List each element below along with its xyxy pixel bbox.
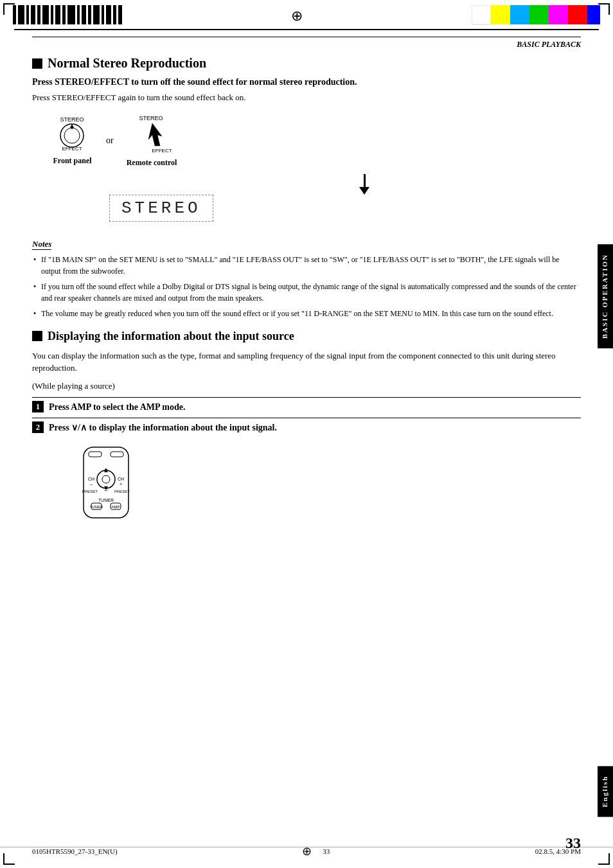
svg-rect-18 bbox=[472, 5, 491, 24]
svg-rect-3 bbox=[31, 5, 35, 24]
remote-control-wrap: STEREO EFFECT Remote control bbox=[127, 114, 177, 168]
svg-rect-9 bbox=[67, 5, 75, 24]
svg-rect-19 bbox=[491, 5, 510, 24]
english-tab: English bbox=[598, 766, 613, 817]
svg-rect-15 bbox=[106, 5, 111, 24]
svg-rect-35 bbox=[111, 452, 123, 457]
footer-center: 33 bbox=[323, 847, 330, 855]
barcode-svg bbox=[13, 5, 122, 28]
step1-number: 1 bbox=[32, 401, 44, 412]
remote-diagram: + – TUNER CH – CH + PRESET PRESET TUNER … bbox=[64, 444, 581, 524]
step2-text: Press ∨/∧ to display the information abo… bbox=[49, 421, 277, 434]
svg-rect-14 bbox=[102, 5, 104, 24]
svg-text:STEREO: STEREO bbox=[60, 116, 84, 123]
notes-title: Notes bbox=[32, 239, 51, 250]
svg-rect-34 bbox=[89, 452, 102, 457]
svg-rect-4 bbox=[37, 5, 40, 24]
front-panel-label: Front panel bbox=[51, 156, 93, 166]
svg-rect-23 bbox=[568, 5, 587, 24]
section1-bold-instruction: Press STEREO/EFFECT to turn off the soun… bbox=[32, 77, 581, 87]
svg-text:PRESET: PRESET bbox=[82, 490, 98, 493]
step2-container: 2 Press ∨/∧ to display the information a… bbox=[32, 418, 581, 434]
stereo-lcd-display: STEREO bbox=[109, 195, 213, 222]
svg-rect-21 bbox=[529, 5, 549, 24]
svg-point-37 bbox=[102, 475, 110, 483]
crosshair-bottom: ⊕ bbox=[302, 844, 312, 858]
step2-number: 2 bbox=[32, 421, 44, 433]
svg-rect-0 bbox=[13, 5, 16, 24]
arrow-down bbox=[148, 174, 581, 195]
section1-bullet bbox=[32, 58, 42, 69]
svg-rect-13 bbox=[93, 5, 100, 24]
note-item-1: If "1B MAIN SP" on the SET MENU is set t… bbox=[32, 254, 581, 277]
notes-section: Notes If "1B MAIN SP" on the SET MENU is… bbox=[32, 239, 581, 319]
svg-text:TUNER: TUNER bbox=[90, 505, 103, 509]
svg-text:CH: CH bbox=[88, 477, 94, 481]
svg-text:EFFECT: EFFECT bbox=[152, 148, 172, 154]
svg-text:PRESET: PRESET bbox=[114, 490, 130, 493]
svg-rect-5 bbox=[42, 5, 49, 24]
svg-text:AMP: AMP bbox=[111, 505, 120, 509]
step1-text: Press AMP to select the AMP mode. bbox=[49, 400, 185, 414]
svg-rect-10 bbox=[77, 5, 80, 24]
svg-text:+: + bbox=[120, 482, 122, 486]
front-panel-wrap: STEREO EFFECT Front panel bbox=[51, 115, 93, 166]
color-blocks-svg bbox=[472, 5, 600, 28]
svg-marker-30 bbox=[70, 124, 74, 128]
svg-rect-24 bbox=[587, 5, 600, 24]
svg-rect-6 bbox=[51, 5, 53, 24]
svg-rect-2 bbox=[26, 5, 29, 24]
note-item-3: The volume may be greatly reduced when y… bbox=[32, 308, 581, 319]
section1-title: Normal Stereo Reproduction bbox=[32, 56, 581, 71]
remote-control-icon: STEREO EFFECT bbox=[127, 114, 175, 155]
arrow-head bbox=[359, 187, 369, 195]
section2-while-playing: (While playing a source) bbox=[32, 380, 581, 393]
svg-rect-11 bbox=[82, 5, 86, 24]
or-label: or bbox=[106, 136, 114, 146]
top-region: ⊕ bbox=[0, 0, 613, 28]
svg-point-36 bbox=[97, 470, 115, 488]
remote-control-label: Remote control bbox=[127, 158, 177, 168]
svg-text:–: – bbox=[90, 482, 93, 486]
svg-rect-12 bbox=[88, 5, 91, 24]
crosshair-top: ⊕ bbox=[291, 8, 303, 24]
svg-text:CH: CH bbox=[118, 477, 124, 481]
svg-rect-20 bbox=[510, 5, 529, 24]
barcode-left bbox=[13, 5, 122, 28]
svg-rect-17 bbox=[118, 5, 122, 24]
page-number: 33 bbox=[565, 835, 581, 852]
svg-rect-22 bbox=[549, 5, 568, 24]
section1-normal-text: Press STEREO/EFFECT again to turn the so… bbox=[32, 91, 581, 104]
remote-diagram-svg: + – TUNER CH – CH + PRESET PRESET TUNER … bbox=[64, 444, 148, 521]
front-panel-icon: STEREO EFFECT bbox=[51, 115, 93, 154]
button-diagram-area: STEREO EFFECT Front panel or STEREO EFFE… bbox=[51, 114, 581, 168]
svg-rect-7 bbox=[55, 5, 60, 24]
note-item-2: If you turn off the sound effect while a… bbox=[32, 281, 581, 304]
svg-text:TUNER: TUNER bbox=[98, 498, 114, 502]
svg-rect-8 bbox=[62, 5, 66, 24]
page-footer: 0105HTR5590_27-33_EN(U) 33 ⊕ 02.8.5, 4:3… bbox=[0, 847, 613, 855]
basic-playback-label: BASIC PLAYBACK bbox=[32, 37, 581, 49]
step1-container: 1 Press AMP to select the AMP mode. bbox=[32, 397, 581, 414]
footer-left: 0105HTR5590_27-33_EN(U) bbox=[32, 847, 118, 855]
svg-text:STEREO: STEREO bbox=[139, 115, 163, 121]
arrow-shaft bbox=[364, 174, 366, 187]
section2-bullet bbox=[32, 331, 42, 341]
svg-rect-16 bbox=[113, 5, 116, 24]
svg-rect-1 bbox=[18, 5, 24, 24]
svg-point-27 bbox=[64, 128, 80, 143]
section2-intro: You can display the information such as … bbox=[32, 350, 581, 375]
section2-title: Displaying the information about the inp… bbox=[32, 330, 581, 343]
color-bar-right bbox=[472, 5, 600, 28]
svg-text:EFFECT: EFFECT bbox=[62, 146, 82, 152]
